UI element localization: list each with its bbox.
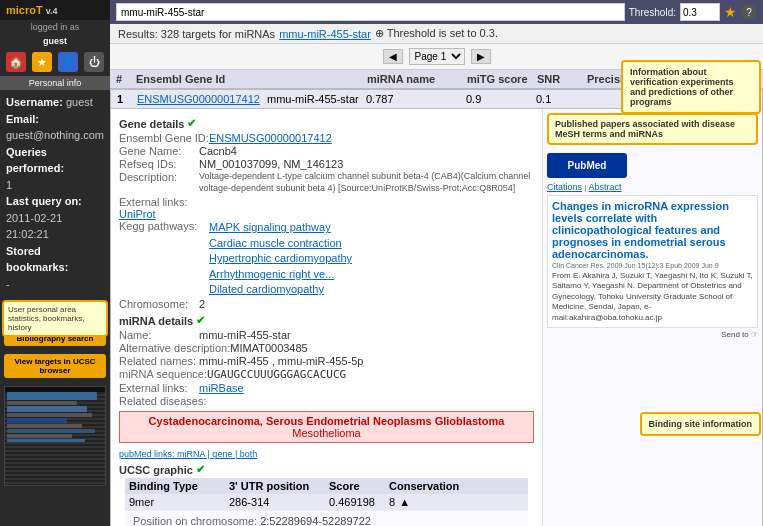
br1-score: 0.469198 [329, 496, 389, 508]
kegg-item-2[interactable]: Hypertrophic cardiomyopathy [209, 251, 352, 266]
personal-info: Username: guest Email: guest@nothing.com… [0, 90, 110, 296]
row1-precision: 0.1 [536, 93, 586, 105]
ucsc-callout[interactable]: View targets in UCSC browser [4, 354, 106, 378]
green-check-icon-2: ✔ [196, 314, 205, 327]
binding-site-callout: Binding site information [640, 412, 762, 436]
ensembl-id-row: Ensembl Gene ID: ENSMUSG00000017412 [119, 132, 534, 144]
br1-conservation: 8 ▲ [389, 496, 469, 508]
row1-ensembl: ENSMUSG00000017412 mmu-miR-455-star [137, 93, 366, 105]
row1-num: 1 [117, 93, 137, 105]
gene-details-title: Gene details ✔ [119, 117, 534, 130]
pubmed-link[interactable]: pubMed links: miRNA | gene | both [119, 449, 257, 459]
row1-gene-id-link[interactable]: ENSMUSG00000017412 [137, 93, 260, 105]
description-row: Description: Voltage-dependent L-type ca… [119, 171, 534, 194]
pubmed-links: pubMed links: miRNA | gene | both [119, 447, 534, 459]
mirna-diseases-row: Related diseases: [119, 395, 534, 407]
mirna-results-link[interactable]: mmu-miR-455-star [279, 28, 371, 40]
mirna-altdesc-row: Alternative description: MIMAT0003485 [119, 342, 534, 354]
uniprot-link[interactable]: UniProt [119, 208, 534, 220]
kegg-row: Kegg pathways: MAPK signaling pathway Ca… [119, 220, 534, 297]
disease-box: Cystadenocarcinoma, Serous Endometrial N… [119, 411, 534, 443]
binding-table: Binding Type 3' UTR position Score Conse… [125, 478, 528, 526]
detail-right: Published papers associated with disease… [542, 109, 762, 526]
result-row-1: 1 ENSMUSG00000017412 mmu-miR-455-star 0.… [110, 89, 763, 526]
send-to[interactable]: Send to ☞ [547, 330, 758, 339]
kegg-item-0[interactable]: MAPK signaling pathway [209, 220, 352, 235]
star-icon-btn[interactable]: ★ [32, 52, 52, 72]
favorite-star-icon[interactable]: ★ [724, 4, 737, 20]
results-bar: Results: 328 targets for miRNAs mmu-miR-… [110, 24, 763, 44]
br1-chevron[interactable]: ▲ [399, 496, 410, 508]
mirna-seq-row: miRNA sequence: UGAUGCCUUUGGGAGCACUCG [119, 368, 534, 381]
binding-row-1: 9mer 286-314 0.469198 8 ▲ [125, 494, 528, 511]
user-icon-btn[interactable]: 👤 [58, 52, 78, 72]
main-content: Threshold: ★ ? Results: 328 targets for … [110, 0, 763, 526]
top-bar: Threshold: ★ ? [110, 0, 763, 24]
pubmed-area: PubMed Citations | Abstract Changes in m… [543, 149, 762, 343]
app-logo: micromicroTT v.4 [6, 4, 58, 16]
mirna-details-title: miRNA details ✔ [119, 314, 534, 327]
logged-in-label: logged in as [0, 20, 110, 34]
pubmed-callout-bubble: Published papers associated with disease… [547, 113, 758, 145]
chromosome-row: Chromosome: 2 [119, 298, 534, 310]
binding-col-score: Score [329, 480, 389, 492]
col-mirna: miRNA name [367, 73, 467, 85]
gene-name-row: Gene Name: Cacnb4 [119, 145, 534, 157]
threshold-info: ⊕ Threshold is set to 0.3. [375, 27, 498, 40]
article-abstract: From E. Akahira J, Suzuki T, Yaegashi N,… [552, 271, 753, 323]
col-num: # [116, 73, 136, 85]
binding-table-header: Binding Type 3' UTR position Score Conse… [125, 478, 528, 494]
mirna-related-row: Related names: mmu-miR-455 , mmu-miR-455… [119, 355, 534, 367]
username-display: guest [0, 34, 110, 48]
binding-col-conservation: Conservation [389, 480, 469, 492]
ucsc-check-icon: ✔ [196, 463, 205, 476]
article-meta: Clin Cancer Res. 2009 Jun 15(12):3 Epub … [552, 262, 753, 269]
kegg-item-1[interactable]: Cardiac muscle contraction [209, 236, 352, 251]
col-ensembl: Ensembl Gene Id [136, 73, 367, 85]
sidebar-icon-row: 🏠 ★ 👤 ⏻ [0, 48, 110, 76]
search-input[interactable] [116, 3, 625, 21]
col-mitg: miTG score [467, 73, 537, 85]
detail-left: Gene details ✔ Ensembl Gene ID: ENSMUSG0… [111, 109, 542, 526]
green-check-icon: ✔ [187, 117, 196, 130]
pubmed-logo: PubMed [547, 153, 627, 178]
verification-callout: Information about verification experimen… [621, 60, 761, 114]
row1-mirna-name: mmu-miR-455-star [267, 93, 359, 105]
next-page-btn[interactable]: ▶ [471, 49, 491, 64]
help-icon[interactable]: ? [741, 4, 757, 20]
row1-snr: 0.9 [466, 93, 536, 105]
personal-info-header: Personal info [0, 76, 110, 90]
br1-utr: 286-314 [229, 496, 329, 508]
prev-page-btn[interactable]: ◀ [383, 49, 403, 64]
binding-detail: Position on chromosome: 2:52289694-52289… [125, 511, 528, 526]
ucsc-graphic-title: UCSC graphic ✔ [119, 463, 534, 476]
row1-mitg: 0.787 [366, 93, 466, 105]
threshold-input[interactable] [680, 3, 720, 21]
sidebar-header: micromicroTT v.4 [0, 0, 110, 20]
power-icon-btn[interactable]: ⏻ [84, 52, 104, 72]
threshold-label: Threshold: [629, 7, 676, 18]
ensembl-id-val[interactable]: ENSMUSG00000017412 [209, 132, 332, 144]
citations-link[interactable]: Citations [547, 182, 582, 192]
mirna-name-row: Name: mmu-miR-455-star [119, 329, 534, 341]
ext-links: External links: UniProt [119, 196, 534, 220]
refseq-row: Refseq IDs: NM_001037099, NM_146123 [119, 158, 534, 170]
article-title[interactable]: Changes in microRNA expression levels co… [552, 200, 753, 260]
kegg-item-4[interactable]: Dilated cardiomyopathy [209, 282, 352, 297]
binding-col-utr: 3' UTR position [229, 480, 329, 492]
pubmed-nav-links: Citations | Abstract [547, 182, 758, 192]
abstract-link[interactable]: Abstract [589, 182, 622, 192]
results-text: Results: 328 targets for miRNAs [118, 28, 275, 40]
mirna-extlinks-row: External links: miRBase [119, 382, 534, 394]
pubmed-article: Changes in microRNA expression levels co… [547, 195, 758, 328]
home-icon-btn[interactable]: 🏠 [6, 52, 26, 72]
br1-type: 9mer [129, 496, 229, 508]
genome-view [4, 386, 106, 486]
page-select[interactable]: Page 1 [409, 48, 465, 65]
user-stats-callout: User personal area statistics, bookmarks… [2, 300, 108, 337]
mirbase-link[interactable]: miRBase [199, 382, 244, 394]
kegg-list: MAPK signaling pathway Cardiac muscle co… [209, 220, 352, 297]
sidebar: micromicroTT v.4 logged in as guest 🏠 ★ … [0, 0, 110, 526]
kegg-item-3[interactable]: Arrhythmogenic right ve... [209, 267, 352, 282]
genome-placeholder [5, 392, 105, 486]
